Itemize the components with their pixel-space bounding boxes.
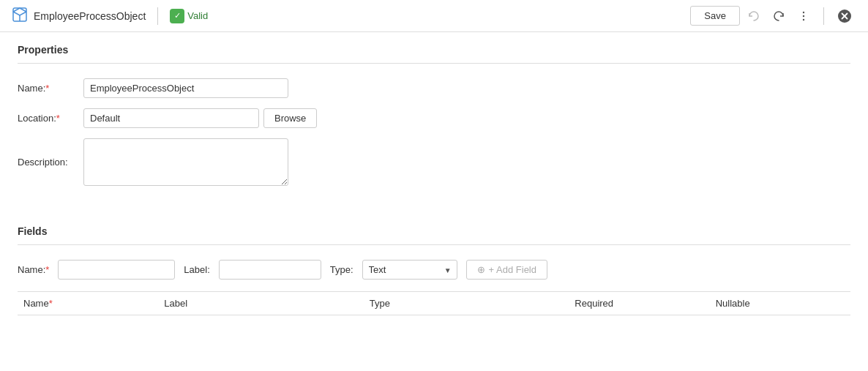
valid-check-icon: ✓ (170, 9, 184, 23)
table-col-nullable: Nullable (710, 298, 850, 309)
valid-label: Valid (187, 10, 208, 21)
location-label: Location:* (18, 113, 83, 124)
table-col-name: Name* (18, 298, 158, 309)
close-button[interactable] (833, 4, 856, 28)
valid-badge: ✓ Valid (170, 9, 208, 23)
redo-button[interactable] (768, 5, 790, 27)
field-type-label: Type: (330, 264, 353, 275)
main-content: Properties Name:* Location:* Browse Desc… (0, 32, 868, 371)
field-name-label: Name:* (18, 264, 49, 275)
type-select-wrap: Text Number Date Boolean List ▼ (362, 260, 457, 280)
location-row: Location:* Browse (18, 108, 850, 128)
field-name-input[interactable] (58, 260, 175, 280)
add-field-icon: ⊕ (477, 264, 485, 275)
cube-icon (12, 7, 28, 25)
table-col-type: Type (364, 298, 569, 309)
more-button[interactable] (793, 5, 815, 27)
description-row: Description: (18, 138, 850, 186)
name-row: Name:* (18, 78, 850, 98)
name-input[interactable] (83, 78, 288, 98)
fields-divider (18, 244, 850, 245)
add-field-button[interactable]: ⊕ + Add Field (466, 260, 547, 280)
add-field-label: + Add Field (489, 264, 536, 275)
location-input[interactable] (83, 108, 259, 128)
undo-button[interactable] (743, 5, 765, 27)
header-actions: Save (690, 4, 856, 28)
table-col-required: Required (569, 298, 709, 309)
svg-point-2 (803, 11, 804, 12)
svg-point-3 (803, 15, 804, 16)
table-col-label: Label (158, 298, 364, 309)
header-divider (157, 7, 158, 25)
field-label-label: Label: (184, 264, 209, 275)
properties-divider (18, 63, 850, 64)
name-label: Name:* (18, 83, 83, 94)
fields-table-header: Name* Label Type Required Nullable (18, 291, 850, 315)
properties-section: Properties Name:* Location:* Browse Desc… (0, 32, 868, 214)
description-textarea[interactable] (83, 138, 288, 186)
browse-button[interactable]: Browse (263, 108, 317, 128)
save-button[interactable]: Save (690, 6, 740, 26)
type-select[interactable]: Text Number Date Boolean List (362, 260, 457, 280)
properties-title: Properties (18, 44, 850, 56)
field-label-input[interactable] (219, 260, 321, 280)
fields-add-row: Name:* Label: Type: Text Number Date Boo… (18, 260, 850, 280)
description-label: Description: (18, 157, 83, 168)
fields-section: Fields Name:* Label: Type: Text Number D… (0, 214, 868, 315)
app-title: EmployeeProcessObject (34, 10, 146, 22)
app-header: EmployeeProcessObject ✓ Valid Save (0, 0, 868, 32)
header-left: EmployeeProcessObject ✓ Valid (12, 7, 690, 25)
svg-point-4 (803, 18, 804, 20)
fields-title: Fields (18, 225, 850, 237)
header-actions-divider (823, 7, 824, 25)
